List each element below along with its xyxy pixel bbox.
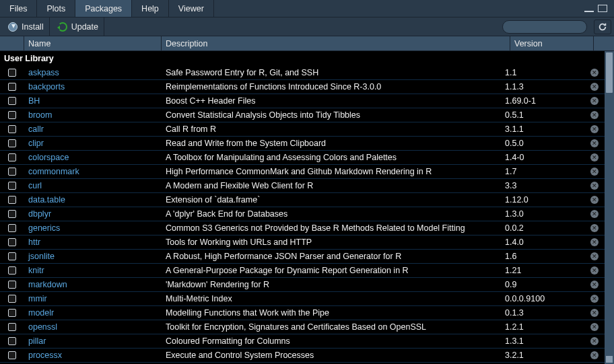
package-name-link[interactable]: commonmark (24, 167, 162, 176)
package-load-checkbox[interactable] (0, 337, 24, 345)
package-version: 3.3 (501, 181, 584, 190)
package-name-link[interactable]: askpass (24, 68, 162, 77)
remove-icon[interactable] (590, 295, 599, 303)
package-load-checkbox[interactable] (0, 210, 24, 218)
package-load-checkbox[interactable] (0, 168, 24, 176)
package-description: A General-Purpose Package for Dynamic Re… (162, 266, 501, 275)
package-row: dbplyrA 'dplyr' Back End for Databases1.… (0, 207, 605, 221)
package-row: backportsReimplementations of Functions … (0, 80, 605, 94)
package-load-checkbox[interactable] (0, 153, 24, 161)
package-load-checkbox[interactable] (0, 182, 24, 190)
package-row: colorspaceA Toolbox for Manipulating and… (0, 151, 605, 165)
package-name-link[interactable]: colorspace (24, 153, 162, 162)
package-remove-cell (584, 295, 605, 303)
vertical-scrollbar[interactable] (605, 51, 614, 364)
package-remove-cell (584, 252, 605, 260)
package-description: Toolkit for Encryption, Signatures and C… (162, 322, 501, 332)
package-load-checkbox[interactable] (0, 351, 24, 359)
package-name-link[interactable]: backports (24, 82, 162, 92)
remove-icon[interactable] (590, 210, 599, 218)
install-button[interactable]: Install (3, 17, 50, 36)
remove-icon[interactable] (590, 168, 599, 176)
remove-icon[interactable] (590, 266, 599, 275)
package-row: processxExecute and Control System Proce… (0, 349, 605, 363)
remove-icon[interactable] (590, 337, 599, 345)
package-name-link[interactable]: data.table (24, 195, 162, 205)
scrollbar-thumb[interactable] (606, 52, 613, 93)
tab-label: Packages (85, 4, 122, 13)
remove-icon[interactable] (590, 252, 599, 260)
package-load-checkbox[interactable] (0, 309, 24, 317)
remove-icon[interactable] (590, 111, 599, 119)
column-header-version[interactable]: Version (510, 36, 594, 50)
package-name-link[interactable]: modelr (24, 308, 162, 318)
column-header-name[interactable]: Name (24, 36, 162, 50)
maximize-icon[interactable] (598, 5, 607, 12)
package-load-checkbox[interactable] (0, 125, 24, 133)
package-name-link[interactable]: BH (24, 96, 162, 106)
tab-files[interactable]: Files (0, 0, 37, 17)
package-load-checkbox[interactable] (0, 139, 24, 147)
remove-icon[interactable] (590, 69, 599, 77)
pane-tabbar: Files Plots Packages Help Viewer (0, 0, 614, 17)
package-row: askpassSafe Password Entry for R, Git, a… (0, 66, 605, 80)
package-description: 'Markdown' Rendering for R (162, 280, 501, 289)
tab-plots[interactable]: Plots (37, 0, 75, 17)
package-name-link[interactable]: curl (24, 181, 162, 190)
install-label: Install (22, 22, 44, 32)
package-name-link[interactable]: knitr (24, 266, 162, 275)
package-name-link[interactable]: markdown (24, 280, 162, 289)
column-header-checkbox (0, 36, 24, 50)
remove-icon[interactable] (590, 139, 599, 147)
package-load-checkbox[interactable] (0, 252, 24, 260)
remove-icon[interactable] (590, 153, 599, 161)
package-name-link[interactable]: generics (24, 223, 162, 233)
remove-icon[interactable] (590, 196, 599, 204)
package-load-checkbox[interactable] (0, 83, 24, 91)
package-load-checkbox[interactable] (0, 266, 24, 275)
tab-viewer[interactable]: Viewer (169, 0, 214, 17)
refresh-button[interactable] (594, 20, 611, 34)
package-name-link[interactable]: processx (24, 351, 162, 360)
package-load-checkbox[interactable] (0, 323, 24, 331)
package-load-checkbox[interactable] (0, 196, 24, 204)
remove-icon[interactable] (590, 351, 599, 359)
remove-icon[interactable] (590, 182, 599, 190)
search-box[interactable] (502, 20, 587, 34)
package-name-link[interactable]: httr (24, 238, 162, 247)
tab-help[interactable]: Help (132, 0, 169, 17)
package-name-link[interactable]: clipr (24, 139, 162, 148)
package-name-link[interactable]: dbplyr (24, 209, 162, 219)
package-row: opensslToolkit for Encryption, Signature… (0, 320, 605, 334)
package-remove-cell (584, 182, 605, 190)
column-header-description[interactable]: Description (162, 36, 510, 50)
package-description: Safe Password Entry for R, Git, and SSH (162, 68, 501, 77)
package-load-checkbox[interactable] (0, 238, 24, 246)
minimize-icon[interactable] (584, 5, 594, 12)
remove-icon[interactable] (590, 238, 599, 246)
remove-icon[interactable] (590, 281, 599, 289)
package-name-link[interactable]: mmir (24, 294, 162, 303)
package-load-checkbox[interactable] (0, 224, 24, 232)
package-name-link[interactable]: jsonlite (24, 252, 162, 261)
update-button[interactable]: Update (53, 17, 104, 36)
remove-icon[interactable] (590, 309, 599, 317)
package-load-checkbox[interactable] (0, 69, 24, 77)
remove-icon[interactable] (590, 83, 599, 91)
tab-label: Files (9, 4, 27, 13)
package-load-checkbox[interactable] (0, 97, 24, 105)
package-name-link[interactable]: broom (24, 110, 162, 120)
remove-icon[interactable] (590, 323, 599, 331)
package-version: 1.6 (501, 252, 584, 261)
package-load-checkbox[interactable] (0, 281, 24, 289)
remove-icon[interactable] (590, 125, 599, 133)
remove-icon[interactable] (590, 97, 599, 105)
package-name-link[interactable]: pillar (24, 336, 162, 346)
tab-packages[interactable]: Packages (75, 0, 132, 17)
package-name-link[interactable]: openssl (24, 322, 162, 332)
package-load-checkbox[interactable] (0, 111, 24, 119)
package-version: 1.1 (501, 68, 584, 77)
package-load-checkbox[interactable] (0, 295, 24, 303)
package-name-link[interactable]: callr (24, 124, 162, 134)
remove-icon[interactable] (590, 224, 599, 232)
